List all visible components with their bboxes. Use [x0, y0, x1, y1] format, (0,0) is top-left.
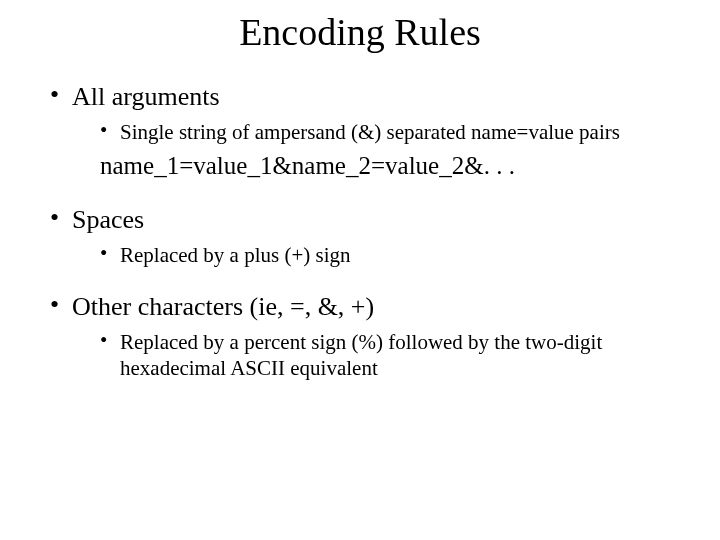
bullet-item: Other characters (ie, =, &, +) Replaced …	[50, 292, 690, 380]
sub-list: Replaced by a plus (+) sign	[72, 243, 690, 268]
slide: Encoding Rules All arguments Single stri…	[0, 0, 720, 540]
bullet-list: All arguments Single string of ampersand…	[30, 82, 690, 381]
sub-item: Replaced by a percent sign (%) followed …	[100, 330, 690, 380]
slide-title: Encoding Rules	[30, 10, 690, 54]
bullet-item: All arguments Single string of ampersand…	[50, 82, 690, 181]
sub-item: Replaced by a plus (+) sign	[100, 243, 690, 268]
example-text: name_1=value_1&name_2=value_2&. . .	[100, 151, 690, 181]
bullet-label: Spaces	[72, 205, 144, 234]
sub-list: Replaced by a percent sign (%) followed …	[72, 330, 690, 380]
sub-list: Single string of ampersand (&) separated…	[72, 120, 690, 145]
sub-item: Single string of ampersand (&) separated…	[100, 120, 690, 145]
bullet-label: All arguments	[72, 82, 220, 111]
bullet-label: Other characters (ie, =, &, +)	[72, 292, 374, 321]
bullet-item: Spaces Replaced by a plus (+) sign	[50, 205, 690, 268]
